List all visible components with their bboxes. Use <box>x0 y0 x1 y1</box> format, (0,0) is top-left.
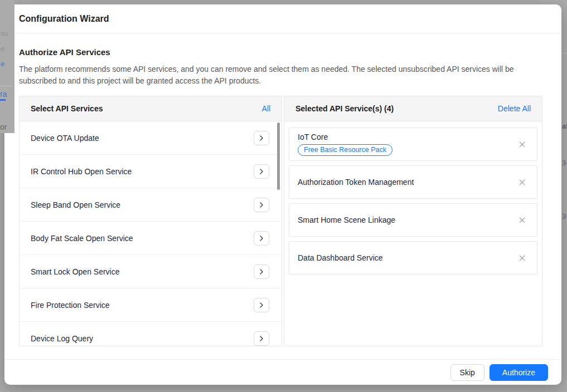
delete-all-link[interactable]: Delete All <box>498 104 531 113</box>
chevron-right-icon <box>259 135 264 141</box>
active-tab-indicator <box>0 99 6 101</box>
selected-service-card: Smart Home Scene Linkage <box>289 203 537 237</box>
service-name: Device OTA Update <box>31 134 99 143</box>
backdrop-line <box>562 53 567 53</box>
add-service-button[interactable] <box>254 131 269 145</box>
dialog-body: Authorize API Services The platform reco… <box>4 33 561 346</box>
close-icon <box>518 141 526 148</box>
service-row: Fire Protection Service <box>20 288 282 322</box>
chevron-right-icon <box>259 236 264 241</box>
backdrop-fragment: e <box>1 45 4 53</box>
backdrop-fragment: 3- <box>562 159 567 167</box>
selected-api-services-panel: Selected API Service(s) (4) Delete All I… <box>284 96 542 346</box>
chevron-right-icon <box>259 202 264 208</box>
remove-service-button[interactable] <box>517 140 527 149</box>
service-row: IR Control Hub Open Service <box>20 155 282 188</box>
selected-service-name: Data Dashboard Service <box>298 253 383 262</box>
dialog-footer: Skip Authorize <box>4 359 561 385</box>
selected-service-card: Data Dashboard Service <box>289 241 537 275</box>
close-icon <box>518 217 526 224</box>
scrollbar-thumb[interactable] <box>277 122 280 190</box>
add-service-button[interactable] <box>254 298 269 312</box>
selected-service-info: Data Dashboard Service <box>298 253 383 262</box>
left-panel-title: Select API Services <box>31 104 103 113</box>
chevron-right-icon <box>259 269 264 275</box>
right-panel-list: IoT Core Free Basic Resource Pack Author… <box>284 121 542 346</box>
backdrop-fragment: e <box>1 60 4 68</box>
add-service-button[interactable] <box>254 198 269 212</box>
right-panel-title: Selected API Service(s) (4) <box>295 104 394 113</box>
selected-service-info: Smart Home Scene Linkage <box>298 215 395 224</box>
right-panel-header: Selected API Service(s) (4) Delete All <box>284 96 542 121</box>
selected-service-info: IoT Core Free Basic Resource Pack <box>298 133 392 156</box>
section-heading: Authorize API Services <box>19 47 544 57</box>
add-service-button[interactable] <box>254 231 269 246</box>
dialog-title: Configuration Wizard <box>19 14 109 24</box>
skip-button[interactable]: Skip <box>450 364 484 381</box>
dialog-header: Configuration Wizard <box>4 4 561 33</box>
service-name: IR Control Hub Open Service <box>31 167 132 176</box>
add-service-button[interactable] <box>254 264 269 279</box>
service-name: Sleep Band Open Service <box>31 200 120 209</box>
backdrop-fragment: at <box>562 122 567 130</box>
service-name: Smart Lock Open Service <box>31 267 120 276</box>
chevron-right-icon <box>259 302 264 308</box>
selected-service-name: Authorization Token Management <box>298 178 414 187</box>
close-icon <box>518 179 526 186</box>
left-panel-list: Device OTA Update IR Control Hub Open Se… <box>20 121 282 346</box>
transfer-panels: Select API Services All Device OTA Updat… <box>19 96 544 346</box>
select-all-link[interactable]: All <box>261 104 270 113</box>
selected-service-card: IoT Core Free Basic Resource Pack <box>289 128 537 161</box>
add-service-button[interactable] <box>254 164 269 179</box>
select-api-services-panel: Select API Services All Device OTA Updat… <box>19 96 282 346</box>
close-icon <box>518 254 526 262</box>
service-name: Fire Protection Service <box>31 301 110 310</box>
backdrop-fragment: or <box>0 122 7 131</box>
selected-service-name: Smart Home Scene Linkage <box>298 215 395 224</box>
backdrop-fragment: su <box>1 29 8 37</box>
description-line: subscribed to and this project will be g… <box>19 75 544 87</box>
selected-service-name: IoT Core <box>298 133 392 141</box>
chevron-right-icon <box>259 336 264 341</box>
backdrop-fragment: ra <box>0 90 7 99</box>
selected-service-card: Authorization Token Management <box>289 165 537 199</box>
left-panel-header: Select API Services All <box>20 96 282 121</box>
authorize-button[interactable]: Authorize <box>490 364 548 381</box>
selected-service-info: Authorization Token Management <box>298 178 414 187</box>
remove-service-button[interactable] <box>517 178 527 187</box>
remove-service-button[interactable] <box>517 253 527 263</box>
service-name: Body Fat Scale Open Service <box>31 234 133 243</box>
service-row: Body Fat Scale Open Service <box>20 222 282 255</box>
service-row: Device Log Query <box>20 322 282 346</box>
service-row: Smart Lock Open Service <box>20 255 282 288</box>
backdrop-line <box>0 86 13 86</box>
backdrop-left-strip: su e e ra or <box>0 0 14 133</box>
section-description: The platform recommends some API service… <box>19 63 544 87</box>
chevron-right-icon <box>259 169 264 174</box>
service-row: Device OTA Update <box>20 121 282 155</box>
backdrop-fragment: 3- <box>562 212 567 220</box>
add-service-button[interactable] <box>254 331 269 346</box>
service-name: Device Log Query <box>31 334 93 343</box>
description-line: The platform recommends some API service… <box>19 63 544 75</box>
remove-service-button[interactable] <box>517 215 527 225</box>
service-row: Sleep Band Open Service <box>20 188 282 222</box>
configuration-wizard-dialog: Configuration Wizard Authorize API Servi… <box>4 4 561 385</box>
resource-pack-badge: Free Basic Resource Pack <box>298 144 392 156</box>
